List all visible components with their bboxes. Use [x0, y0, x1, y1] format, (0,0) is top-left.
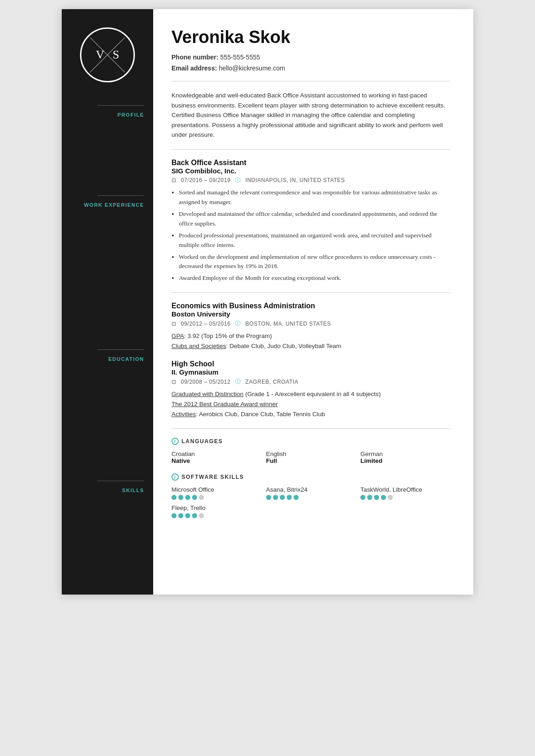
dot — [381, 495, 386, 500]
software-fleep: Fleep, Trello — [171, 504, 262, 518]
lang-german: German Limited — [360, 450, 450, 464]
bullet-2: Developed and maintained the office cale… — [179, 209, 450, 229]
software-title-row: i Software Skills — [171, 473, 450, 481]
edu-school-2: II. Gymnasium — [171, 368, 450, 376]
edu-location-1: Boston, MA, United States — [246, 321, 331, 327]
dot — [367, 495, 372, 500]
sidebar-section-skills: Skills — [62, 481, 153, 507]
lang-name-3: German — [360, 450, 450, 457]
languages-grid: Croatian Native English Full German Limi… — [171, 450, 450, 464]
clubs-label: Clubs and Societies — [171, 343, 226, 349]
software-name-2: Asana, Bitrix24 — [266, 486, 356, 493]
dot — [178, 495, 183, 500]
dot — [273, 495, 278, 500]
company-name: SIG Combibloc, Inc. — [171, 167, 450, 175]
clubs-value: Debate Club, Judo Club, Volleyball Team — [230, 343, 341, 349]
dot — [294, 495, 299, 500]
bullet-4: Worked on the development and implementa… — [179, 252, 450, 272]
edu-activities: Activities: Aerobics Club, Dance Club, T… — [171, 409, 450, 419]
edu-location-icon-2: ⓘ — [235, 378, 241, 386]
software-title: Software Skills — [182, 474, 244, 480]
software-dots-2 — [266, 495, 356, 500]
email-row: Email address: hello@kickresume.com — [171, 64, 450, 72]
dot — [199, 513, 204, 518]
skills-section: i Languages Croatian Native English Full… — [171, 438, 450, 518]
lang-name-2: English — [266, 450, 356, 457]
software-name-4: Fleep, Trello — [171, 504, 262, 511]
sidebar-label-skills: Skills — [122, 488, 144, 493]
gpa-label: GPA — [171, 332, 184, 339]
education-section: Economics with Business Administration B… — [171, 302, 450, 419]
email-label: Email address: — [171, 64, 217, 72]
candidate-name: Veronika Skok — [171, 27, 450, 47]
edu-degree-1: Economics with Business Administration — [171, 302, 450, 310]
location-icon: ⓘ — [235, 177, 241, 184]
avatar: V S — [80, 27, 135, 82]
software-taskworld: TaskWorld, LibreOffice — [360, 486, 450, 500]
dot — [388, 495, 393, 500]
languages-title-row: i Languages — [171, 438, 450, 445]
dot — [192, 495, 197, 500]
dot — [178, 513, 183, 518]
header: Veronika Skok Phone number: 555-555-5555… — [171, 27, 450, 72]
distinction-text: (Grade 1 - A/excellent equivalent in all… — [245, 391, 380, 397]
edu-meta-2: ⊡ 09/2008 – 05/2012 ⓘ Zagreb, Croatia — [171, 378, 450, 386]
software-dots-1 — [171, 495, 262, 500]
job-meta: ⊡ 07/2016 – 09/2019 ⓘ Indianapolis, IN, … — [171, 177, 450, 184]
phone-value: 555-555-5555 — [220, 54, 260, 61]
dot — [360, 495, 365, 500]
gpa-value: 3.92 (Top 15% of the Program) — [187, 332, 272, 339]
edu-dates-1: 09/2012 – 05/2016 — [181, 321, 231, 327]
main-content: Veronika Skok Phone number: 555-555-5555… — [153, 9, 473, 595]
edu-school-1: Boston University — [171, 310, 450, 318]
software-msoffice: Microsoft Office — [171, 486, 262, 500]
profile-text: Knowledgeable and well-educated Back Off… — [171, 91, 450, 140]
resume-container: V S Profile Work Experience Education Sk… — [62, 9, 473, 595]
sidebar-section-education: Education — [62, 349, 153, 375]
edu-dates-2: 09/2008 – 05/2012 — [181, 379, 231, 385]
bullet-5: Awarded Employee of the Month for execut… — [179, 273, 450, 283]
software-dots-3 — [360, 495, 450, 500]
dot — [374, 495, 379, 500]
profile-section: Knowledgeable and well-educated Back Off… — [171, 91, 450, 140]
lang-level-3: Limited — [360, 457, 450, 464]
edu-calendar-icon-2: ⊡ — [171, 379, 177, 385]
edu-boston: Economics with Business Administration B… — [171, 302, 450, 351]
dot — [266, 495, 271, 500]
edu-meta-1: ⊡ 09/2012 – 05/2016 ⓘ Boston, MA, United… — [171, 320, 450, 327]
sidebar: V S Profile Work Experience Education Sk… — [62, 9, 153, 595]
lang-name-1: Croatian — [171, 450, 262, 457]
job-dates: 07/2016 – 09/2019 — [181, 177, 231, 183]
dot — [185, 513, 190, 518]
calendar-icon: ⊡ — [171, 177, 177, 183]
sidebar-label-profile: Profile — [118, 112, 144, 118]
software-name-3: TaskWorld, LibreOffice — [360, 486, 450, 493]
software-asana: Asana, Bitrix24 — [266, 486, 356, 500]
edu-location-2: Zagreb, Croatia — [246, 379, 299, 385]
job-title: Back Office Assistant — [171, 159, 450, 167]
languages-title: Languages — [182, 438, 223, 445]
edu-clubs: Clubs and Societies: Debate Club, Judo C… — [171, 341, 450, 351]
dot — [171, 513, 177, 518]
dot — [199, 495, 204, 500]
lang-croatian: Croatian Native — [171, 450, 262, 464]
lang-level-2: Full — [266, 457, 356, 464]
job-bullets: Sorted and managed the relevant correspo… — [171, 188, 450, 283]
email-value: hello@kickresume.com — [219, 64, 285, 72]
edu-calendar-icon-1: ⊡ — [171, 321, 177, 327]
phone-row: Phone number: 555-555-5555 — [171, 54, 450, 61]
software-name-1: Microsoft Office — [171, 486, 262, 493]
bullet-3: Produced professional presentations, mai… — [179, 231, 450, 250]
sidebar-section-work: Work Experience — [62, 195, 153, 221]
software-row-1: Microsoft Office Asana, Bitrix24 — [171, 486, 450, 500]
lang-level-1: Native — [171, 457, 262, 464]
job-location: Indianapolis, IN, United States — [246, 177, 345, 183]
software-info-icon: i — [171, 473, 179, 481]
edu-distinction: Graduated with Distinction (Grade 1 - A/… — [171, 389, 450, 399]
languages-info-icon: i — [171, 438, 179, 445]
lang-english: English Full — [266, 450, 356, 464]
software-row-2: Fleep, Trello — [171, 504, 450, 518]
edu-award: The 2012 Best Graduate Award winner — [171, 399, 450, 409]
dot — [171, 495, 177, 500]
sidebar-section-profile: Profile — [62, 105, 153, 131]
